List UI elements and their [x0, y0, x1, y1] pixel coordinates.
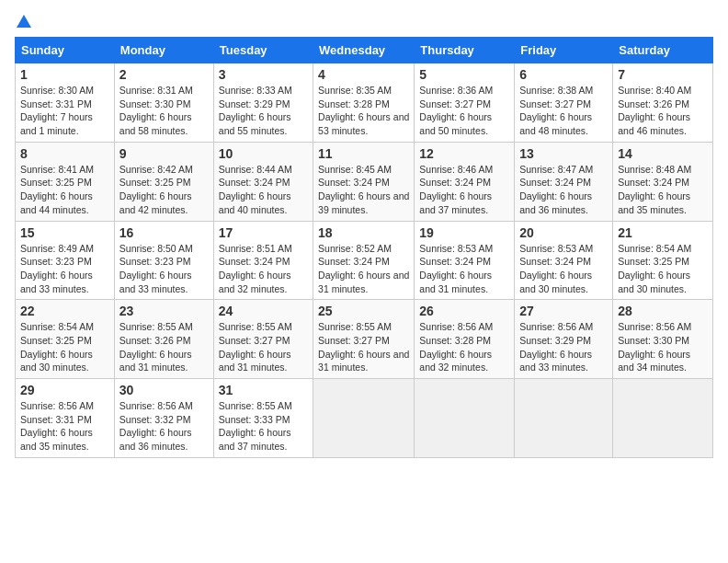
calendar-cell: 9Sunrise: 8:42 AMSunset: 3:25 PMDaylight… — [114, 142, 213, 221]
calendar-table: SundayMondayTuesdayWednesdayThursdayFrid… — [15, 37, 713, 458]
date-number: 21 — [618, 225, 708, 240]
calendar-cell: 26Sunrise: 8:56 AMSunset: 3:28 PMDayligh… — [415, 300, 515, 379]
calendar-cell: 25Sunrise: 8:55 AMSunset: 3:27 PMDayligh… — [313, 300, 415, 379]
cell-info: Sunrise: 8:56 AMSunset: 3:32 PMDaylight:… — [119, 400, 193, 452]
date-number: 27 — [519, 304, 608, 318]
date-number: 30 — [119, 383, 209, 397]
calendar-cell: 2Sunrise: 8:31 AMSunset: 3:30 PMDaylight… — [114, 63, 213, 143]
cell-info: Sunrise: 8:56 AMSunset: 3:28 PMDaylight:… — [419, 321, 493, 373]
cell-info: Sunrise: 8:53 AMSunset: 3:24 PMDaylight:… — [519, 243, 593, 294]
calendar-cell: 11Sunrise: 8:45 AMSunset: 3:24 PMDayligh… — [313, 142, 415, 221]
week-row-1: 1Sunrise: 8:30 AMSunset: 3:31 PMDaylight… — [16, 63, 713, 143]
cell-info: Sunrise: 8:41 AMSunset: 3:25 PMDaylight:… — [20, 164, 94, 215]
calendar-cell: 16Sunrise: 8:50 AMSunset: 3:23 PMDayligh… — [114, 221, 213, 300]
date-number: 12 — [419, 146, 509, 161]
cell-info: Sunrise: 8:30 AMSunset: 3:31 PMDaylight:… — [20, 85, 94, 136]
cell-info: Sunrise: 8:44 AMSunset: 3:24 PMDaylight:… — [219, 164, 292, 215]
cell-info: Sunrise: 8:56 AMSunset: 3:31 PMDaylight:… — [20, 400, 94, 452]
date-number: 23 — [119, 304, 209, 318]
cell-info: Sunrise: 8:52 AMSunset: 3:24 PMDaylight:… — [318, 243, 409, 294]
week-row-5: 29Sunrise: 8:56 AMSunset: 3:31 PMDayligh… — [16, 379, 713, 458]
logo-triangle-icon — [17, 15, 31, 28]
cell-info: Sunrise: 8:55 AMSunset: 3:27 PMDaylight:… — [219, 321, 292, 373]
calendar-cell — [313, 379, 415, 458]
date-number: 4 — [318, 67, 409, 82]
calendar-cell: 6Sunrise: 8:38 AMSunset: 3:27 PMDaylight… — [515, 63, 613, 143]
cell-info: Sunrise: 8:31 AMSunset: 3:30 PMDaylight:… — [119, 85, 193, 136]
logo — [15, 15, 31, 29]
date-number: 8 — [20, 146, 109, 161]
date-number: 15 — [20, 225, 109, 240]
calendar-cell: 24Sunrise: 8:55 AMSunset: 3:27 PMDayligh… — [213, 300, 313, 379]
date-number: 2 — [119, 67, 209, 82]
cell-info: Sunrise: 8:56 AMSunset: 3:29 PMDaylight:… — [519, 321, 593, 373]
calendar-cell: 12Sunrise: 8:46 AMSunset: 3:24 PMDayligh… — [415, 142, 515, 221]
calendar-cell — [415, 379, 515, 458]
day-header-wednesday: Wednesday — [313, 38, 415, 63]
week-row-4: 22Sunrise: 8:54 AMSunset: 3:25 PMDayligh… — [16, 300, 713, 379]
day-header-friday: Friday — [515, 38, 613, 63]
calendar-cell: 3Sunrise: 8:33 AMSunset: 3:29 PMDaylight… — [213, 63, 313, 143]
calendar-cell: 20Sunrise: 8:53 AMSunset: 3:24 PMDayligh… — [515, 221, 613, 300]
week-row-3: 15Sunrise: 8:49 AMSunset: 3:23 PMDayligh… — [16, 221, 713, 300]
date-number: 9 — [119, 146, 209, 161]
cell-info: Sunrise: 8:35 AMSunset: 3:28 PMDaylight:… — [318, 85, 409, 136]
week-row-2: 8Sunrise: 8:41 AMSunset: 3:25 PMDaylight… — [16, 142, 713, 221]
day-header-sunday: Sunday — [16, 38, 115, 63]
cell-info: Sunrise: 8:55 AMSunset: 3:27 PMDaylight:… — [318, 321, 409, 373]
calendar-cell: 13Sunrise: 8:47 AMSunset: 3:24 PMDayligh… — [515, 142, 613, 221]
date-number: 16 — [119, 225, 209, 240]
calendar-cell: 7Sunrise: 8:40 AMSunset: 3:26 PMDaylight… — [613, 63, 713, 143]
date-number: 17 — [219, 225, 308, 240]
calendar-cell: 30Sunrise: 8:56 AMSunset: 3:32 PMDayligh… — [114, 379, 213, 458]
cell-info: Sunrise: 8:45 AMSunset: 3:24 PMDaylight:… — [318, 164, 409, 215]
cell-info: Sunrise: 8:55 AMSunset: 3:33 PMDaylight:… — [219, 400, 292, 452]
calendar-cell: 31Sunrise: 8:55 AMSunset: 3:33 PMDayligh… — [213, 379, 313, 458]
cell-info: Sunrise: 8:53 AMSunset: 3:24 PMDaylight:… — [419, 243, 493, 294]
cell-info: Sunrise: 8:33 AMSunset: 3:29 PMDaylight:… — [219, 85, 292, 136]
date-number: 19 — [419, 225, 509, 240]
day-headers-row: SundayMondayTuesdayWednesdayThursdayFrid… — [16, 38, 713, 63]
calendar-cell: 23Sunrise: 8:55 AMSunset: 3:26 PMDayligh… — [114, 300, 213, 379]
date-number: 22 — [20, 304, 109, 318]
cell-info: Sunrise: 8:56 AMSunset: 3:30 PMDaylight:… — [618, 321, 691, 373]
date-number: 29 — [20, 383, 109, 397]
calendar-cell: 1Sunrise: 8:30 AMSunset: 3:31 PMDaylight… — [16, 63, 115, 143]
date-number: 24 — [219, 304, 308, 318]
calendar-cell: 10Sunrise: 8:44 AMSunset: 3:24 PMDayligh… — [213, 142, 313, 221]
date-number: 3 — [219, 67, 308, 82]
date-number: 6 — [519, 67, 608, 82]
day-header-tuesday: Tuesday — [213, 38, 313, 63]
date-number: 25 — [318, 304, 409, 318]
calendar-cell: 28Sunrise: 8:56 AMSunset: 3:30 PMDayligh… — [613, 300, 713, 379]
date-number: 11 — [318, 146, 409, 161]
cell-info: Sunrise: 8:48 AMSunset: 3:24 PMDaylight:… — [618, 164, 691, 215]
calendar-cell: 4Sunrise: 8:35 AMSunset: 3:28 PMDaylight… — [313, 63, 415, 143]
cell-info: Sunrise: 8:42 AMSunset: 3:25 PMDaylight:… — [119, 164, 193, 215]
date-number: 18 — [318, 225, 409, 240]
calendar-cell: 22Sunrise: 8:54 AMSunset: 3:25 PMDayligh… — [16, 300, 115, 379]
date-number: 31 — [219, 383, 308, 397]
cell-info: Sunrise: 8:49 AMSunset: 3:23 PMDaylight:… — [20, 243, 94, 294]
calendar-cell: 19Sunrise: 8:53 AMSunset: 3:24 PMDayligh… — [415, 221, 515, 300]
cell-info: Sunrise: 8:55 AMSunset: 3:26 PMDaylight:… — [119, 321, 193, 373]
cell-info: Sunrise: 8:36 AMSunset: 3:27 PMDaylight:… — [419, 85, 493, 136]
calendar-cell: 27Sunrise: 8:56 AMSunset: 3:29 PMDayligh… — [515, 300, 613, 379]
date-number: 5 — [419, 67, 509, 82]
date-number: 13 — [519, 146, 608, 161]
cell-info: Sunrise: 8:51 AMSunset: 3:24 PMDaylight:… — [219, 243, 292, 294]
day-header-thursday: Thursday — [415, 38, 515, 63]
calendar-cell: 17Sunrise: 8:51 AMSunset: 3:24 PMDayligh… — [213, 221, 313, 300]
calendar-cell: 29Sunrise: 8:56 AMSunset: 3:31 PMDayligh… — [16, 379, 115, 458]
calendar-cell: 14Sunrise: 8:48 AMSunset: 3:24 PMDayligh… — [613, 142, 713, 221]
cell-info: Sunrise: 8:50 AMSunset: 3:23 PMDaylight:… — [119, 243, 193, 294]
calendar-cell: 5Sunrise: 8:36 AMSunset: 3:27 PMDaylight… — [415, 63, 515, 143]
cell-info: Sunrise: 8:47 AMSunset: 3:24 PMDaylight:… — [519, 164, 593, 215]
cell-info: Sunrise: 8:54 AMSunset: 3:25 PMDaylight:… — [20, 321, 94, 373]
calendar-cell: 18Sunrise: 8:52 AMSunset: 3:24 PMDayligh… — [313, 221, 415, 300]
calendar-cell — [613, 379, 713, 458]
calendar-cell: 15Sunrise: 8:49 AMSunset: 3:23 PMDayligh… — [16, 221, 115, 300]
date-number: 7 — [618, 67, 708, 82]
calendar-cell: 8Sunrise: 8:41 AMSunset: 3:25 PMDaylight… — [16, 142, 115, 221]
calendar-cell — [515, 379, 613, 458]
